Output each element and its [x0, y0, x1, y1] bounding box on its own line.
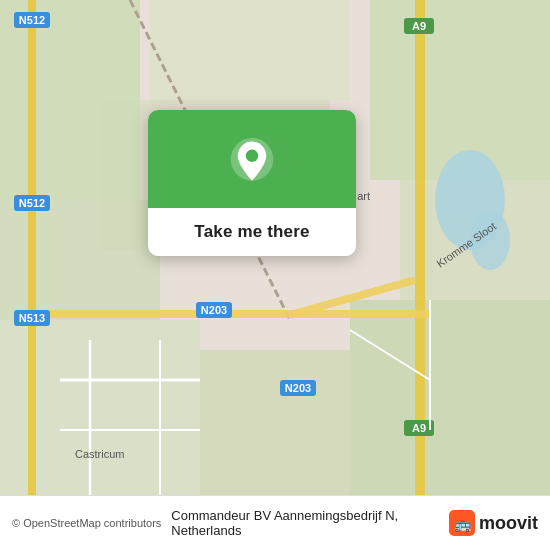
popup-top — [148, 110, 356, 208]
moovit-logo: 🚌 moovit — [449, 510, 538, 536]
moovit-text: moovit — [479, 513, 538, 534]
svg-text:Castricum: Castricum — [75, 448, 125, 460]
svg-rect-25 — [50, 310, 430, 318]
svg-text:N512: N512 — [19, 14, 45, 26]
svg-text:N203: N203 — [285, 382, 311, 394]
svg-rect-7 — [350, 300, 550, 495]
moovit-icon: 🚌 — [449, 510, 475, 536]
map-container: N512 N512 N513 A9 A9 N203 N203 Castri — [0, 0, 550, 495]
popup-bottom: Take me there — [174, 208, 329, 256]
svg-text:N512: N512 — [19, 197, 45, 209]
location-pin-icon — [228, 138, 276, 186]
popup-card: Take me there — [148, 110, 356, 256]
svg-rect-13 — [28, 0, 36, 495]
svg-text:🚌: 🚌 — [453, 516, 471, 533]
attribution: © OpenStreetMap contributors — [12, 517, 161, 529]
svg-text:N203: N203 — [201, 304, 227, 316]
svg-text:A9: A9 — [412, 20, 426, 32]
svg-rect-8 — [150, 0, 350, 100]
svg-text:A9: A9 — [412, 422, 426, 434]
take-me-there-button[interactable]: Take me there — [194, 222, 309, 242]
svg-point-41 — [246, 150, 258, 162]
svg-rect-4 — [200, 350, 350, 495]
bottom-bar: © OpenStreetMap contributors Commandeur … — [0, 495, 550, 550]
svg-text:N513: N513 — [19, 312, 45, 324]
business-info: Commandeur BV Aannemingsbedrijf N, Nethe… — [161, 508, 449, 538]
